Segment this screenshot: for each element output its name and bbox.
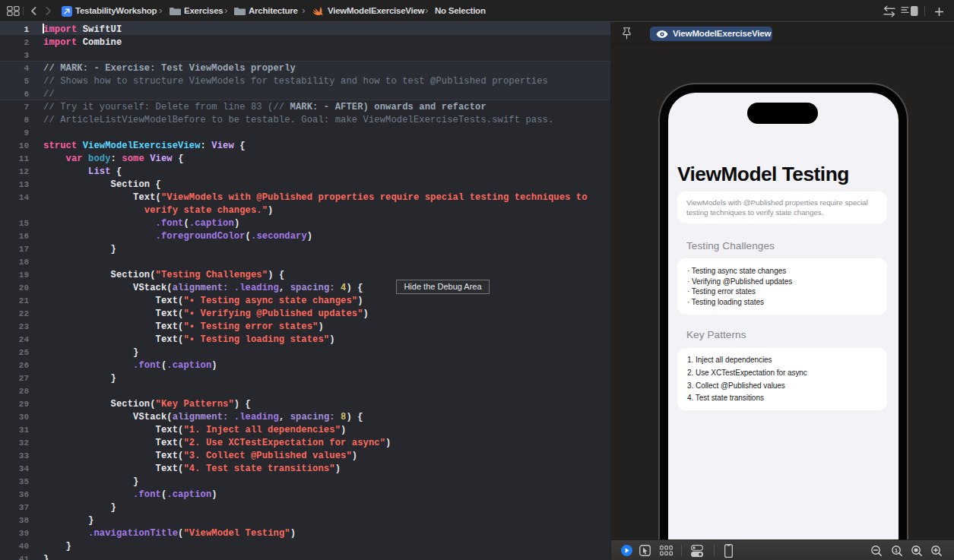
svg-text:1: 1 [895, 547, 899, 554]
